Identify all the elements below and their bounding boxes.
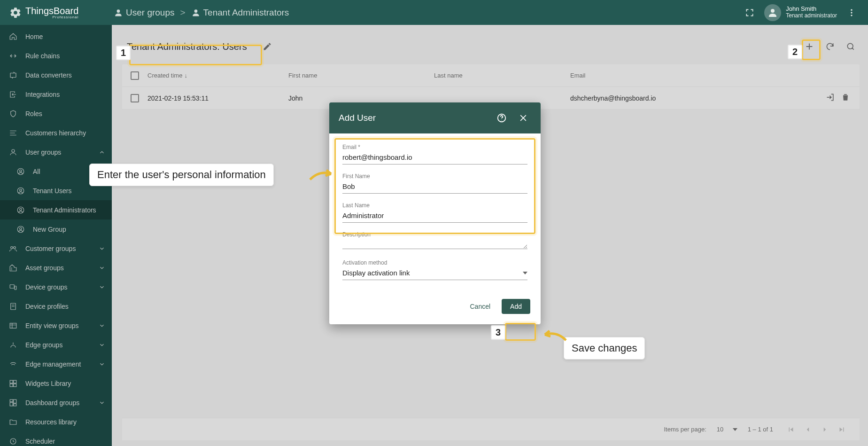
svg-point-32 [501,120,502,120]
last-name-field[interactable] [342,210,527,223]
activation-label: Activation method [342,259,527,266]
svg-point-0 [117,9,120,13]
dropdown-icon [523,272,527,274]
dialog-title: Add User [339,113,376,123]
last-name-label: Last Name [342,202,527,209]
fullscreen-icon [745,8,754,17]
breadcrumb-tenant-admins[interactable]: Tenant Administrators [191,8,289,18]
gear-icon [9,7,22,19]
svg-point-3 [851,9,852,10]
cancel-button[interactable]: Cancel [463,299,497,314]
add-button[interactable]: Add [502,299,530,314]
description-field[interactable] [342,239,527,249]
app-toolbar: ThingsBoard Professional User groups > T… [0,0,868,25]
breadcrumb-label: Tenant Administrators [203,8,289,18]
breadcrumb-sep: > [180,8,186,18]
first-name-field[interactable] [342,180,527,194]
breadcrumb: User groups > Tenant Administrators [114,8,289,18]
svg-point-5 [851,15,852,16]
more-menu-button[interactable] [844,5,860,21]
more-vert-icon [847,8,856,17]
email-label: Email * [342,144,527,150]
help-icon [496,113,507,123]
activation-method-select[interactable]: Display activation link [342,267,527,280]
close-icon [519,113,528,123]
person-icon [191,8,201,17]
fullscreen-button[interactable] [742,5,758,21]
svg-point-1 [194,9,197,13]
brand-edition: Professional [25,15,78,19]
email-field[interactable] [342,151,527,164]
breadcrumb-label: User groups [126,8,175,18]
svg-point-2 [771,9,775,13]
person-icon [114,8,123,17]
description-label: Description [342,231,527,238]
current-user-name: John Smith [786,6,837,13]
brand-logo[interactable]: ThingsBoard Professional [4,6,98,19]
avatar-icon [764,4,781,21]
first-name-label: First Name [342,173,527,180]
add-user-dialog: Add User Email * First Name Last Name De… [329,102,541,324]
dialog-close-button[interactable] [515,110,531,126]
breadcrumb-user-groups[interactable]: User groups [114,8,175,18]
brand-name: ThingsBoard [25,6,78,16]
dialog-help-button[interactable] [494,110,510,126]
svg-point-4 [851,12,852,13]
current-user-role: Tenant administrator [786,13,837,19]
user-chip[interactable]: John Smith Tenant administrator [764,4,837,21]
